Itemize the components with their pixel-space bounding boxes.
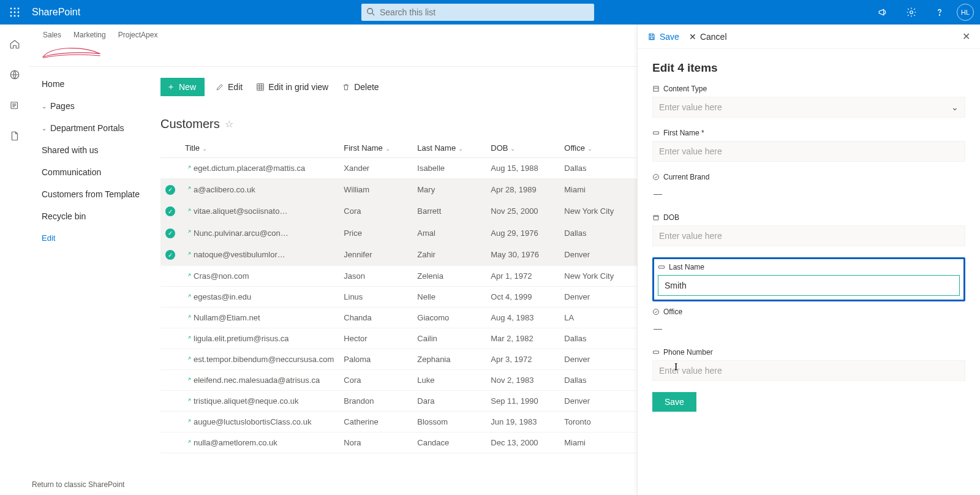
row-firstname: Catherine bbox=[339, 412, 412, 433]
phone-label: Phone Number bbox=[663, 348, 713, 357]
first-name-input[interactable] bbox=[652, 141, 965, 162]
chevron-down-icon: ⌄ bbox=[951, 102, 959, 112]
row-dob: Apr 1, 1972 bbox=[486, 266, 559, 287]
svg-point-6 bbox=[10, 15, 12, 17]
current-brand-value[interactable]: — bbox=[652, 185, 965, 202]
row-title: a@aclibero.co.uk bbox=[194, 185, 255, 194]
checkmark-icon[interactable]: ✓ bbox=[165, 185, 175, 195]
checkmark-icon[interactable]: ✓ bbox=[165, 250, 175, 260]
star-icon[interactable]: ☆ bbox=[225, 118, 233, 130]
row-office: Dallas bbox=[559, 370, 639, 391]
nav-department-portals[interactable]: ⌄Department Portals bbox=[29, 117, 153, 139]
row-lastname: Giacomo bbox=[412, 308, 486, 328]
delete-button-label: Delete bbox=[354, 82, 379, 92]
suite-bar: SharePoint HL bbox=[0, 0, 980, 25]
rail-news-icon[interactable] bbox=[2, 97, 27, 114]
nav-edit[interactable]: Edit bbox=[29, 227, 153, 249]
first-name-label: First Name * bbox=[663, 129, 704, 137]
svg-point-9 bbox=[368, 9, 373, 14]
edit-grid-button[interactable]: Edit in grid view bbox=[254, 80, 331, 94]
nav-customers-template[interactable]: Customers from Template bbox=[29, 183, 153, 205]
chevron-down-icon: ⌄ bbox=[385, 145, 390, 152]
search-input[interactable] bbox=[361, 4, 594, 21]
text-cursor-icon: I bbox=[674, 361, 677, 372]
last-name-input[interactable] bbox=[658, 275, 960, 296]
nav-shared-with-us[interactable]: Shared with us bbox=[29, 139, 153, 161]
field-first-name: First Name * bbox=[652, 129, 965, 162]
rail-home-icon[interactable] bbox=[2, 36, 27, 53]
left-nav-column: Home ⌄Pages ⌄Department Portals Shared w… bbox=[29, 67, 153, 495]
checkmark-icon[interactable]: ✓ bbox=[165, 206, 175, 216]
row-office: Dallas bbox=[559, 222, 639, 244]
col-office[interactable]: Office⌄ bbox=[559, 138, 639, 158]
save-button[interactable]: Save bbox=[652, 392, 696, 412]
panel-cancel-button[interactable]: ✕Cancel bbox=[689, 32, 727, 42]
svg-rect-23 bbox=[650, 37, 654, 39]
link-icon bbox=[185, 273, 191, 279]
row-lastname: Luke bbox=[412, 370, 486, 391]
link-icon bbox=[185, 440, 191, 446]
col-firstname[interactable]: First Name⌄ bbox=[339, 138, 412, 158]
row-dob: Apr 28, 1989 bbox=[486, 179, 559, 201]
svg-rect-24 bbox=[654, 86, 658, 91]
site-logo[interactable] bbox=[40, 42, 103, 64]
row-lastname: Barrett bbox=[412, 200, 486, 222]
row-lastname: Zahir bbox=[412, 244, 486, 266]
phone-input[interactable] bbox=[652, 360, 965, 381]
rail-files-icon[interactable] bbox=[2, 127, 27, 145]
megaphone-icon[interactable] bbox=[872, 0, 894, 25]
nav-pages[interactable]: ⌄Pages bbox=[29, 95, 153, 117]
link-icon bbox=[185, 230, 191, 236]
chevron-down-icon: ⌄ bbox=[587, 145, 592, 152]
row-dob: Aug 29, 1976 bbox=[486, 222, 559, 244]
save-icon bbox=[647, 32, 656, 41]
col-lastname[interactable]: Last Name⌄ bbox=[412, 138, 486, 158]
row-title: Cras@non.com bbox=[194, 271, 249, 281]
gear-icon[interactable] bbox=[900, 0, 922, 25]
row-office: Denver bbox=[559, 391, 639, 412]
panel-save-button[interactable]: Save bbox=[647, 32, 679, 42]
panel-close-icon[interactable]: ✕ bbox=[962, 31, 970, 42]
link-icon bbox=[185, 165, 191, 172]
hublink-sales[interactable]: Sales bbox=[43, 31, 61, 39]
svg-point-27 bbox=[654, 175, 659, 180]
row-office: Dallas bbox=[559, 158, 639, 179]
delete-button[interactable]: Delete bbox=[339, 80, 381, 94]
hublink-projectapex[interactable]: ProjectApex bbox=[118, 31, 158, 39]
row-lastname: Candace bbox=[412, 433, 486, 453]
link-icon bbox=[185, 419, 191, 425]
row-dob: Apr 3, 1972 bbox=[486, 349, 559, 370]
shell: Sales Marketing ProjectApex Home ⌄Pages … bbox=[0, 25, 980, 495]
svg-rect-28 bbox=[654, 216, 658, 221]
new-button[interactable]: ＋New bbox=[160, 78, 205, 96]
help-icon[interactable] bbox=[929, 0, 951, 25]
row-title: vitae.aliquet@sociisnato… bbox=[194, 206, 287, 216]
suite-brand: SharePoint bbox=[32, 7, 80, 18]
row-dob: Nov 2, 1983 bbox=[486, 370, 559, 391]
rail-globe-icon[interactable] bbox=[2, 66, 27, 83]
nav-communication[interactable]: Communication bbox=[29, 161, 153, 183]
row-office: Denver bbox=[559, 287, 639, 308]
row-title: augue@luctuslobortisClass.co.uk bbox=[194, 417, 311, 426]
col-dob[interactable]: DOB⌄ bbox=[486, 138, 559, 158]
row-title: ligula.elit.pretium@risus.ca bbox=[194, 334, 289, 343]
checkmark-icon[interactable]: ✓ bbox=[165, 229, 175, 238]
nav-home[interactable]: Home bbox=[29, 73, 153, 95]
nav-recycle-bin[interactable]: Recycle bin bbox=[29, 205, 153, 227]
choice-icon bbox=[652, 173, 660, 181]
field-content-type: Content Type Enter value here⌄ bbox=[652, 85, 965, 118]
chevron-down-icon: ⌄ bbox=[42, 125, 47, 132]
app-launcher-button[interactable] bbox=[0, 0, 29, 25]
avatar[interactable]: HL bbox=[957, 4, 974, 21]
office-value[interactable]: — bbox=[652, 320, 965, 337]
hublink-marketing[interactable]: Marketing bbox=[74, 31, 106, 39]
content-type-select[interactable]: Enter value here⌄ bbox=[652, 97, 965, 118]
link-icon bbox=[185, 252, 191, 258]
edit-button[interactable]: Edit bbox=[213, 80, 245, 94]
return-classic-link[interactable]: Return to classic SharePoint bbox=[32, 480, 124, 489]
svg-rect-32 bbox=[654, 351, 659, 353]
dob-input[interactable] bbox=[652, 225, 965, 246]
col-title[interactable]: Title⌄ bbox=[180, 138, 339, 158]
row-title: Nullam@Etiam.net bbox=[194, 313, 260, 322]
row-firstname: Chanda bbox=[339, 308, 412, 328]
